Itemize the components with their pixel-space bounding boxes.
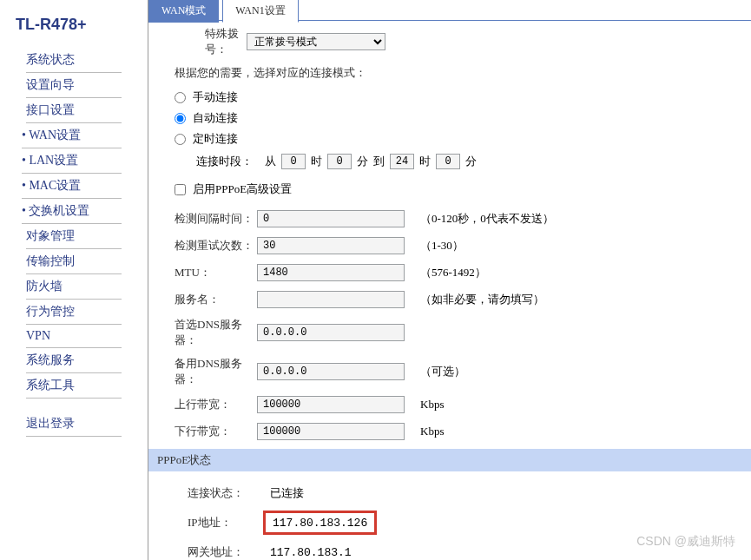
radio-timed[interactable]	[175, 134, 186, 145]
dns2-label: 备用DNS服务器：	[161, 356, 257, 387]
mtu-input[interactable]	[257, 264, 405, 281]
special-dial-select[interactable]: 正常拨号模式	[247, 33, 385, 50]
nav-switch-settings[interactable]: • 交换机设置	[22, 199, 122, 224]
ip-highlight-box: 117.80.183.126	[263, 511, 377, 535]
retry-input[interactable]	[257, 237, 405, 254]
pppoe-status-header: PPPoE状态	[148, 449, 751, 471]
schedule-to: 到	[373, 154, 385, 169]
nav-logout[interactable]: 退出登录	[26, 412, 122, 437]
schedule-from: 从	[265, 154, 276, 169]
checkbox-pppoe-adv[interactable]	[175, 184, 186, 195]
schedule-hour2: 时	[419, 154, 431, 169]
svc-hint: （如非必要，请勿填写）	[420, 292, 544, 307]
tab-bar: WAN模式 WAN1设置	[148, 0, 299, 23]
dns1-label: 首选DNS服务器：	[161, 317, 257, 348]
interval-hint: （0-120秒，0代表不发送）	[420, 211, 554, 227]
nav-interface-settings[interactable]: 接口设置	[26, 98, 122, 123]
dns2-input[interactable]	[257, 363, 405, 380]
gw-label: 网关地址：	[161, 544, 270, 560]
down-unit: Kbps	[420, 425, 444, 438]
gw-value: 117.80.183.1	[270, 546, 352, 559]
conn-status-label: 连接状态：	[161, 485, 270, 501]
ip-label: IP地址：	[161, 515, 270, 530]
nav-object-mgmt[interactable]: 对象管理	[26, 224, 122, 249]
nav-system-status[interactable]: 系统状态	[26, 48, 122, 73]
nav-wan-settings[interactable]: • WAN设置	[22, 123, 122, 148]
interval-input[interactable]	[257, 210, 405, 227]
nav-system-service[interactable]: 系统服务	[26, 348, 122, 373]
dns1-input[interactable]	[257, 324, 405, 341]
radio-auto-label: 自动连接	[193, 110, 238, 126]
mtu-label: MTU：	[161, 265, 257, 280]
nav-system-tools[interactable]: 系统工具	[26, 373, 122, 399]
schedule-min1: 分	[357, 154, 368, 169]
mtu-hint: （576-1492）	[420, 265, 486, 280]
interval-label: 检测间隔时间：	[161, 211, 257, 227]
retry-hint: （1-30）	[420, 238, 464, 254]
conn-status-value: 已连接	[270, 485, 304, 501]
schedule-min2: 分	[465, 154, 477, 169]
content: 特殊拨号： 正常拨号模式 根据您的需要，选择对应的连接模式： 手动连接 自动连接…	[148, 21, 751, 560]
schedule-h1[interactable]	[281, 154, 306, 169]
svc-input[interactable]	[257, 291, 405, 308]
schedule-h2[interactable]	[390, 154, 414, 169]
radio-auto[interactable]	[175, 113, 186, 124]
tab-wan1[interactable]: WAN1设置	[222, 0, 298, 23]
mode-note: 根据您的需要，选择对应的连接模式：	[175, 65, 738, 81]
schedule-label: 连接时段：	[196, 154, 253, 169]
logo: TL-R478+	[0, 9, 148, 48]
dns2-hint: （可选）	[420, 364, 465, 379]
special-dial-label: 特殊拨号：	[161, 26, 247, 57]
down-label: 下行带宽：	[161, 424, 257, 439]
nav-vpn[interactable]: VPN	[26, 325, 122, 348]
schedule-hour1: 时	[311, 154, 322, 169]
nav-setup-wizard[interactable]: 设置向导	[26, 73, 122, 98]
up-input[interactable]	[257, 396, 405, 413]
tab-wan-mode[interactable]: WAN模式	[148, 0, 219, 23]
pppoe-adv-label: 启用PPPoE高级设置	[193, 181, 292, 197]
watermark: CSDN @威迪斯特	[636, 534, 735, 550]
schedule-m2[interactable]	[436, 154, 460, 169]
nav-mac-settings[interactable]: • MAC设置	[22, 174, 122, 199]
svc-label: 服务名：	[161, 292, 257, 307]
radio-timed-label: 定时连接	[193, 131, 238, 147]
up-label: 上行带宽：	[161, 397, 257, 412]
nav-firewall[interactable]: 防火墙	[26, 274, 122, 300]
radio-manual-label: 手动连接	[193, 89, 238, 105]
retry-label: 检测重试次数：	[161, 238, 257, 254]
radio-manual[interactable]	[175, 92, 186, 103]
ip-value: 117.80.183.126	[273, 517, 367, 530]
nav-lan-settings[interactable]: • LAN设置	[22, 148, 122, 174]
up-unit: Kbps	[420, 398, 444, 412]
main-panel: WAN模式 WAN1设置 特殊拨号： 正常拨号模式 根据您的需要，选择对应的连接…	[148, 0, 751, 560]
sidebar: TL-R478+ 系统状态 设置向导 接口设置 • WAN设置 • LAN设置 …	[0, 0, 148, 560]
nav-transmission[interactable]: 传输控制	[26, 249, 122, 274]
nav-behavior[interactable]: 行为管控	[26, 300, 122, 325]
schedule-m1[interactable]	[327, 154, 352, 169]
down-input[interactable]	[257, 423, 405, 440]
